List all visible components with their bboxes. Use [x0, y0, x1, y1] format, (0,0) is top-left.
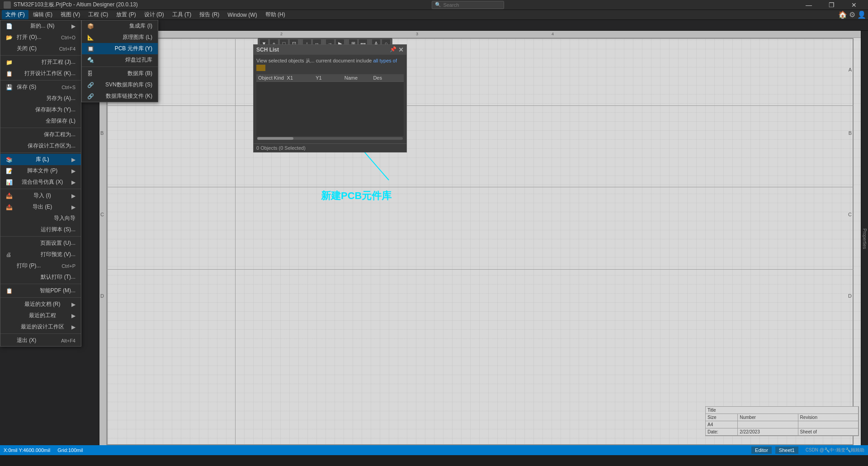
menu-item-help[interactable]: 帮助 (H)	[262, 10, 289, 19]
menu-export[interactable]: 📤 导出 (E) ▶	[0, 201, 81, 213]
settings-icon[interactable]: ⚙	[849, 10, 855, 19]
menu-open-workspace[interactable]: 📋 打开设计工作区 (K)...	[0, 68, 81, 79]
menu-print-preview[interactable]: 🖨 打印预览 (V)...	[0, 249, 81, 260]
lib-menu-dblink[interactable]: 🔗 数据库链接文件 (K)	[82, 90, 158, 102]
menu-open[interactable]: 📂 打开 (O)... Ctrl+O	[0, 32, 81, 43]
menu-print-preview-icon: 🖨	[6, 252, 13, 258]
menu-recent-workspace[interactable]: 最近的设计工作区 ▶	[0, 321, 81, 333]
menu-close[interactable]: 关闭 (C) Ctrl+F4	[0, 43, 81, 54]
sch-list-close[interactable]: ✕	[398, 46, 404, 53]
menu-recent-projects-arrow: ▶	[71, 313, 75, 319]
menu-save-label: 保存 (S)	[17, 83, 36, 91]
menu-item-project[interactable]: 工程 (C)	[85, 10, 112, 19]
menu-item-file[interactable]: 文件 (F)	[2, 10, 28, 19]
ruler-mark-4: 4	[552, 32, 554, 36]
canvas-area[interactable]: 1 2 3 4 A B C D A B C D	[99, 31, 861, 445]
menu-smart-pdf[interactable]: 📋 智能PDF (M)...	[0, 285, 81, 296]
frame-number-value	[738, 421, 798, 428]
lib-menu-svn[interactable]: 🔗 SVN数据库的库 (S)	[82, 79, 158, 90]
menu-default-print[interactable]: 默认打印 (T)...	[0, 271, 81, 283]
menu-recent-projects[interactable]: 最近的工程 ▶	[0, 310, 81, 321]
lib-schematic-icon: 📐	[87, 34, 94, 41]
sch-scrollbar[interactable]	[256, 136, 404, 141]
lib-menu-integrated[interactable]: 📦 集成库 (I)	[82, 20, 158, 32]
lib-menu-pcb[interactable]: 🔲 PCB 元件库 (Y)	[82, 43, 158, 54]
menu-smart-pdf-label: 智能PDF (M)...	[40, 287, 75, 295]
sch-list-content	[256, 82, 404, 136]
menu-recent-workspace-label: 最近的设计工作区	[21, 323, 64, 331]
menu-script[interactable]: 📝 脚本文件 (P) ▶	[0, 165, 81, 176]
menu-close-shortcut: Ctrl+F4	[59, 46, 75, 52]
menu-item-report[interactable]: 报告 (R)	[196, 10, 223, 19]
menu-save-copy-label: 保存副本为 (Y)...	[35, 106, 75, 114]
menu-save-project-label: 保存工程为...	[44, 131, 75, 138]
lib-pad-via-icon: 🔩	[87, 57, 94, 63]
menu-save-workspace[interactable]: 保存设计工作区为...	[0, 140, 81, 152]
lib-menu-schematic[interactable]: 📐 原理图库 (L)	[82, 32, 158, 43]
menu-default-print-label: 默认打印 (T)...	[41, 273, 75, 281]
menu-open-project[interactable]: 📁 打开工程 (J)...	[0, 57, 81, 68]
menu-recent-projects-label: 最近的工程	[29, 312, 56, 319]
menu-save-project[interactable]: 保存工程为...	[0, 129, 81, 140]
menu-import-icon: 📥	[6, 193, 13, 199]
sep-8	[0, 297, 81, 298]
menu-item-design[interactable]: 设计 (D)	[141, 10, 168, 19]
home-icon[interactable]: 🏠	[838, 10, 847, 19]
letter-D-left: D	[100, 293, 104, 299]
search-box[interactable]: 🔍	[432, 1, 504, 9]
menu-item-view[interactable]: 视图 (V)	[57, 10, 84, 19]
bottom-tab-editor[interactable]: Editor	[751, 447, 772, 454]
menu-import[interactable]: 📥 导入 (I) ▶	[0, 190, 81, 201]
lib-menu-database[interactable]: 🗄 数据库 (B)	[82, 68, 158, 79]
menu-import-label: 导入 (I)	[33, 192, 51, 200]
menu-item-edit[interactable]: 编辑 (E)	[29, 10, 56, 19]
menu-item-tools[interactable]: 工具 (T)	[169, 10, 195, 19]
menu-save-copy[interactable]: 保存副本为 (Y)...	[0, 104, 81, 115]
properties-panel-label[interactable]: Properties	[861, 227, 868, 251]
menu-import-wizard[interactable]: 导入向导	[0, 213, 81, 224]
lib-pcb-icon: 🔲	[87, 46, 94, 52]
bottom-tab-sheet1[interactable]: Sheet1	[775, 447, 798, 454]
menu-print-label: 打印 (P)...	[17, 262, 41, 270]
scrollbar-track[interactable]	[257, 137, 403, 140]
schematic-canvas[interactable]: 1 2 3 4 A B C D A B C D	[99, 31, 861, 445]
lib-menu-pad-via[interactable]: 🔩 焊盘过孔库	[82, 54, 158, 66]
menu-run-script[interactable]: 运行脚本 (S)...	[0, 224, 81, 235]
lib-pcb-label: PCB 元件库 (Y)	[115, 45, 152, 52]
col-x1: X1	[287, 75, 316, 81]
menu-item-window[interactable]: Window (W)	[224, 11, 260, 19]
menu-open-workspace-label: 打开设计工作区 (K)...	[24, 70, 75, 77]
sep-4	[0, 152, 81, 153]
menu-exit-label: 退出 (X)	[17, 337, 36, 344]
row-line-A	[107, 38, 854, 38]
menu-simulation[interactable]: 📊 混合信号仿真 (X) ▶	[0, 176, 81, 188]
frame-row-date: Date: 2/22/2023 Sheet of	[706, 428, 859, 436]
menu-smart-pdf-icon: 📋	[6, 288, 13, 294]
menu-save[interactable]: 💾 保存 (S) Ctrl+S	[0, 81, 81, 93]
minimize-button[interactable]: —	[798, 0, 819, 10]
menu-library[interactable]: 📚 库 (L) ▶	[0, 154, 81, 165]
sch-list-pin[interactable]: 📌	[390, 46, 396, 53]
user-icon[interactable]: 👤	[857, 10, 866, 19]
menu-page-setup[interactable]: 页面设置 (U)...	[0, 238, 81, 249]
menu-recent-docs[interactable]: 最近的文档 (R) ▶	[0, 299, 81, 310]
sep-6	[0, 236, 81, 237]
menu-item-place[interactable]: 放置 (P)	[113, 10, 139, 19]
close-button[interactable]: ✕	[844, 0, 864, 10]
menu-save-as[interactable]: 另存为 (A)...	[0, 93, 81, 104]
statusbar: X:0mil Y:4600.000mil Grid:100mil Editor …	[0, 445, 868, 455]
menu-print[interactable]: 打印 (P)... Ctrl+P	[0, 260, 81, 271]
scrollbar-thumb[interactable]	[257, 137, 293, 140]
sch-list-header: SCH List 📌 ✕	[254, 45, 406, 55]
search-input[interactable]	[443, 2, 502, 8]
menu-open-project-icon: 📁	[6, 59, 13, 66]
restore-button[interactable]: ❐	[821, 0, 842, 10]
menu-exit[interactable]: 退出 (X) Alt+F4	[0, 335, 81, 346]
menu-new[interactable]: 📄 新的... (N) ▶	[0, 20, 81, 32]
lib-dblink-icon: 🔗	[87, 93, 94, 100]
menu-new-arrow: ▶	[71, 23, 75, 29]
lib-svn-label: SVN数据库的库 (S)	[105, 81, 152, 89]
menu-export-icon: 📤	[6, 204, 13, 210]
menu-save-all[interactable]: 全部保存 (L)	[0, 115, 81, 127]
menubar: 文件 (F) 编辑 (E) 视图 (V) 工程 (C) 放置 (P) 设计 (D…	[0, 10, 868, 20]
